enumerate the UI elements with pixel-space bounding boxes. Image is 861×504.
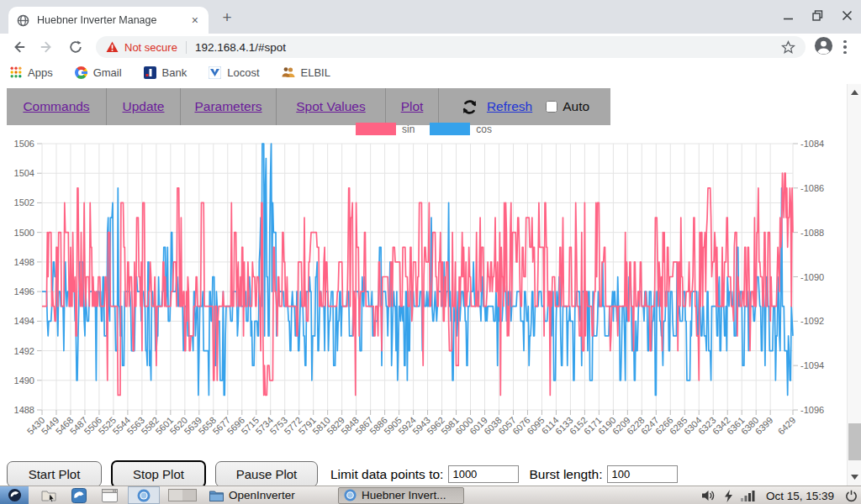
folder-icon [209,490,224,501]
task-openinverter[interactable]: OpenInverter [204,487,330,504]
minimize-icon[interactable] [783,10,794,21]
tab-strip: Huebner Inverter Manage × + [0,0,861,34]
bookmark-star-icon[interactable] [781,40,795,55]
nav-link-parameters[interactable]: Parameters [194,99,261,114]
spot-values-chart: 1506150415021500149814961494149214901488… [0,136,848,457]
legend-item-sin[interactable]: sin [356,123,415,135]
nav-link-plot[interactable]: Plot [401,99,424,114]
svg-text:1498: 1498 [14,257,34,267]
legend-swatch [430,123,470,135]
refresh-icon[interactable] [460,97,479,117]
start-menu-button[interactable] [0,486,29,504]
tab-title: Huebner Inverter Manage [37,14,188,26]
taskbar-clock[interactable]: Oct 15, 15:39 [766,490,834,502]
burst-label: Burst length: [529,467,602,482]
screen: Huebner Inverter Manage × + Not secure [0,0,861,504]
bookmark-apps[interactable]: Apps [10,66,53,79]
forward-button[interactable] [37,37,57,57]
svg-text:1492: 1492 [14,346,34,356]
nav-link-commands[interactable]: Commands [23,99,89,114]
task-huebner-inverter[interactable]: Huebner Invert... [338,487,464,504]
reload-button[interactable] [66,37,86,57]
legend-swatch [356,123,396,135]
omnibox-divider [186,41,187,54]
auto-label: Auto [563,99,589,114]
svg-text:1504: 1504 [14,168,34,178]
scroll-down-arrow[interactable] [848,470,861,484]
globe-favicon-icon [17,14,29,27]
nav-cell: Parameters [181,88,277,125]
svg-text:1502: 1502 [14,197,34,207]
burst-input[interactable] [607,465,678,483]
bookmark-elbil[interactable]: ELBIL [282,66,330,79]
terminal-launcher[interactable] [99,487,119,504]
volume-icon[interactable] [702,490,716,501]
network-signal-icon[interactable] [741,490,755,501]
new-tab-button[interactable]: + [217,8,237,28]
file-manager-launcher[interactable] [39,487,59,504]
limit-label: Limit data points to: [330,467,443,482]
svg-text:-1090: -1090 [800,272,824,282]
not-secure-label: Not secure [124,41,177,54]
stop-plot-button[interactable]: Stop Plot [111,460,206,486]
legend-item-cos[interactable]: cos [430,123,492,135]
locost-logo-icon [209,66,221,79]
scrollbar-thumb[interactable] [848,423,861,460]
apps-grid-icon [10,66,22,78]
pause-plot-button[interactable]: Pause Plot [215,461,318,486]
not-secure-warning-icon [106,41,119,53]
svg-text:1496: 1496 [14,286,34,297]
start-plot-button[interactable]: Start Plot [7,461,102,486]
svg-text:-1092: -1092 [800,316,824,326]
refresh-link[interactable]: Refresh [487,99,532,114]
legend-label: sin [402,123,415,135]
file-manager-icon [41,489,57,502]
back-button[interactable] [8,37,29,57]
svg-text:6429: 6429 [776,415,798,437]
terminal-window-icon [102,489,118,502]
series-line-sin [42,173,793,395]
nav-cell: Commands [7,88,107,125]
bank-logo-icon [144,66,156,79]
svg-text:-1096: -1096 [800,405,824,415]
chromium-icon [137,489,151,502]
blue-swoosh-icon [71,488,87,503]
scroll-up-arrow[interactable] [848,86,861,99]
profile-avatar[interactable] [814,36,833,59]
chromium-icon [344,489,357,501]
svg-text:-1094: -1094 [800,360,824,370]
bookmark-gmail[interactable]: Gmail [75,66,122,79]
nav-cell: Spot Values [277,88,386,125]
browser-tab[interactable]: Huebner Inverter Manage × [8,7,209,34]
system-tray: Oct 15, 15:39 [702,486,858,504]
bookmark-bank[interactable]: Bank [144,66,188,79]
address-bar[interactable]: Not secure 192.168.4.1/#spot [96,36,806,58]
svg-text:1494: 1494 [14,316,34,326]
browser-menu-icon[interactable] [843,40,847,55]
svg-text:-1086: -1086 [800,183,824,193]
limit-input[interactable] [448,465,519,483]
nav-link-spot-values[interactable]: Spot Values [296,99,365,114]
power-charging-icon[interactable] [724,490,733,502]
svg-text:-1088: -1088 [800,228,824,238]
svg-text:1488: 1488 [14,405,34,415]
nav-link-update[interactable]: Update [123,99,165,114]
nav-cell: Update [107,88,181,125]
restore-icon[interactable] [812,10,823,21]
page-scrollbar[interactable] [847,84,861,486]
svg-text:-1084: -1084 [800,139,824,149]
auto-checkbox[interactable] [546,101,557,113]
desktop-pager[interactable] [168,489,197,501]
tab-close-icon[interactable]: × [188,13,202,27]
legend-label: cos [476,123,492,135]
google-g-icon [75,66,87,79]
chromium-launcher-slot[interactable] [128,486,160,504]
page-viewport: Commands Update Parameters Spot Values P… [0,84,861,486]
window-close-icon[interactable] [842,10,853,21]
shutdown-icon[interactable] [845,490,858,502]
bookmarks-bar: Apps Gmail Bank Locost [0,60,861,84]
svg-text:1506: 1506 [14,139,34,149]
svg-text:1490: 1490 [14,375,34,386]
desktop-launcher[interactable] [69,487,89,504]
bookmark-locost[interactable]: Locost [209,66,259,79]
